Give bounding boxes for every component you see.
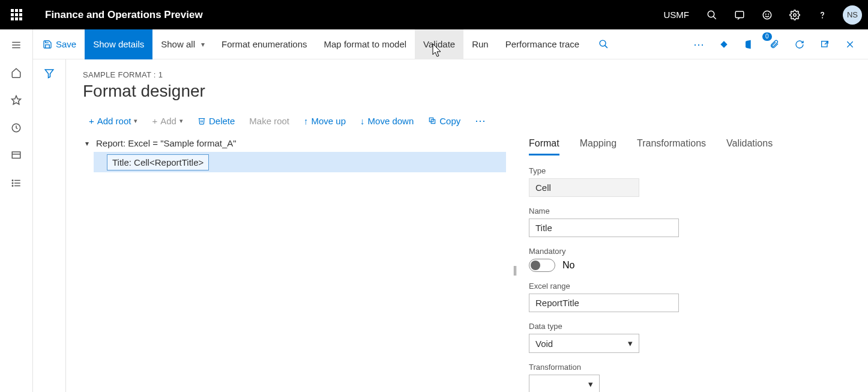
tree-child-label: Title: Cell<ReportTitle> (107, 154, 209, 170)
workspace-icon[interactable] (4, 143, 28, 167)
chevron-down-icon: ▾ (179, 117, 183, 125)
name-label: Name (529, 207, 851, 216)
excel-range-input[interactable] (529, 294, 679, 312)
svg-line-1 (713, 16, 716, 19)
show-details-button[interactable]: Show details (85, 29, 152, 59)
feedback-smiley-icon[interactable] (756, 4, 778, 26)
name-input[interactable] (529, 219, 679, 237)
svg-marker-28 (45, 70, 53, 78)
datatype-select[interactable]: Void ▾ (529, 334, 639, 353)
mandatory-value: No (562, 260, 574, 271)
svg-point-21 (600, 40, 606, 46)
chevron-down-icon: ▾ (201, 40, 205, 49)
diamond-icon[interactable] (714, 35, 734, 54)
svg-point-18 (12, 180, 13, 181)
svg-marker-11 (12, 96, 21, 104)
refresh-icon[interactable] (790, 35, 809, 54)
svg-point-20 (12, 185, 13, 187)
app-title: Finance and Operations Preview (33, 9, 203, 21)
search-icon[interactable] (701, 4, 723, 26)
tree-root-node[interactable]: ▾ Report: Excel = "Sample format_A" (83, 138, 506, 148)
svg-point-6 (794, 13, 797, 16)
waffle-app-launcher[interactable] (0, 0, 33, 29)
company-code[interactable]: USMF (664, 10, 690, 20)
help-icon[interactable] (812, 4, 833, 26)
chevron-down-icon: ▾ (134, 117, 137, 125)
close-icon[interactable] (840, 35, 860, 54)
tab-mapping[interactable]: Mapping (580, 138, 616, 155)
tab-transformations[interactable]: Transformations (637, 138, 706, 155)
move-up-button[interactable]: ↑ Move up (298, 112, 352, 130)
move-down-button[interactable]: ↓ Move down (354, 112, 420, 130)
command-search-icon[interactable] (594, 35, 613, 54)
waffle-icon (11, 9, 22, 20)
svg-point-5 (768, 14, 769, 14)
more-button[interactable]: ⋯ (469, 110, 492, 131)
filter-column (33, 59, 66, 392)
gear-icon[interactable] (784, 4, 806, 26)
modules-list-icon[interactable] (4, 171, 28, 195)
popout-icon[interactable] (815, 35, 834, 54)
mandatory-toggle[interactable] (529, 259, 555, 272)
transformation-label: Transformation (529, 363, 851, 372)
svg-rect-2 (735, 11, 744, 18)
tree-toolbar: + Add root ▾ + Add ▾ Delete Make root (83, 110, 868, 131)
caret-down-icon[interactable]: ▾ (83, 139, 91, 148)
transformation-select[interactable]: ▾ (529, 375, 600, 392)
arrow-down-icon: ↓ (360, 116, 365, 126)
attachments-badge: 0 (762, 32, 772, 41)
properties-panel: Format Mapping Transformations Validatio… (512, 138, 868, 392)
map-format-button[interactable]: Map format to model (316, 29, 415, 59)
filter-funnel-icon[interactable] (44, 68, 55, 392)
column-splitter[interactable]: ‖ (513, 264, 517, 276)
hamburger-icon[interactable] (4, 33, 28, 57)
show-all-button[interactable]: Show all ▾ (152, 29, 213, 59)
chevron-down-icon: ▾ (588, 379, 593, 390)
breadcrumb: SAMPLE FORMAT : 1 (83, 70, 868, 79)
add-button: + Add ▾ (146, 112, 188, 130)
tree-child-row[interactable]: Title: Cell<ReportTitle> (94, 152, 506, 172)
recent-clock-icon[interactable] (4, 116, 28, 140)
save-button[interactable]: Save (33, 29, 85, 59)
mandatory-label: Mandatory (529, 247, 851, 256)
datatype-label: Data type (529, 322, 851, 331)
save-icon (43, 40, 52, 49)
save-label: Save (56, 39, 76, 49)
format-enumerations-button[interactable]: Format enumerations (213, 29, 316, 59)
add-root-button[interactable]: + Add root ▾ (83, 112, 143, 130)
excel-range-label: Excel range (529, 282, 851, 291)
svg-point-7 (822, 17, 823, 18)
type-value: Cell (529, 178, 639, 197)
plus-icon: + (89, 116, 94, 126)
home-icon[interactable] (4, 61, 28, 85)
make-root-button: Make root (243, 112, 295, 130)
favorites-star-icon[interactable] (4, 88, 28, 112)
tree-root-label: Report: Excel = "Sample format_A" (96, 138, 237, 148)
svg-line-22 (604, 46, 607, 48)
navigation-rail (0, 29, 33, 392)
svg-point-4 (765, 14, 766, 14)
format-tree: ▾ Report: Excel = "Sample format_A" Titl… (83, 138, 512, 392)
chat-icon[interactable] (729, 4, 750, 26)
tab-format[interactable]: Format (529, 138, 559, 155)
performance-trace-button[interactable]: Performance trace (497, 29, 588, 59)
office-icon[interactable] (740, 35, 759, 54)
svg-rect-24 (822, 41, 827, 46)
user-avatar[interactable]: NS (843, 5, 862, 25)
validate-button[interactable]: Validate (415, 29, 463, 59)
svg-rect-23 (720, 41, 727, 47)
command-bar: Save Show details Show all ▾ Format enum… (33, 29, 868, 59)
chevron-down-icon: ▾ (628, 338, 633, 349)
plus-icon: + (152, 116, 157, 126)
arrow-up-icon: ↑ (304, 116, 309, 126)
more-ellipsis-icon[interactable]: ⋯ (689, 35, 708, 54)
attachments-icon[interactable]: 0 (765, 35, 784, 54)
page-title: Format designer (83, 82, 868, 101)
copy-icon (428, 116, 436, 125)
svg-point-3 (763, 11, 771, 19)
tab-validations[interactable]: Validations (726, 138, 773, 155)
trash-icon (197, 116, 206, 125)
copy-button[interactable]: Copy (422, 112, 466, 130)
run-button[interactable]: Run (463, 29, 497, 59)
delete-button[interactable]: Delete (191, 112, 241, 130)
